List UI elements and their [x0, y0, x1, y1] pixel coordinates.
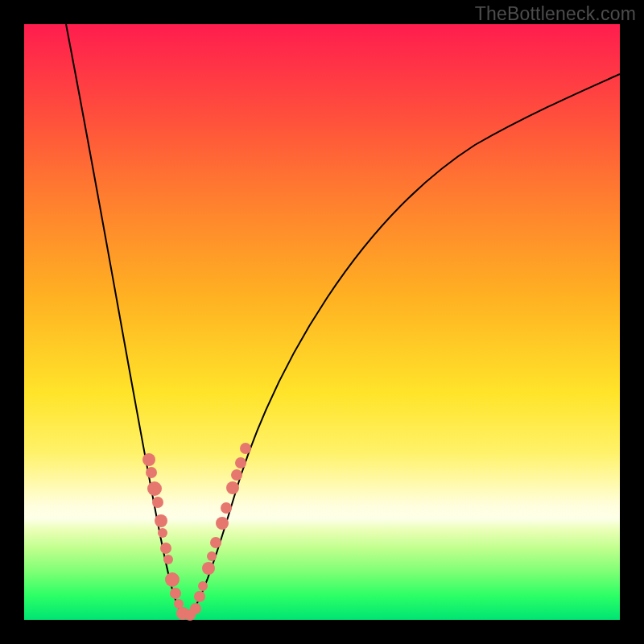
data-bead	[221, 502, 232, 514]
data-bead	[147, 481, 162, 496]
data-bead	[216, 517, 229, 530]
data-bead	[240, 443, 251, 454]
data-bead	[210, 537, 221, 548]
data-bead	[165, 572, 180, 587]
data-bead	[155, 514, 167, 527]
data-bead	[142, 453, 155, 466]
data-bead	[235, 457, 246, 469]
data-bead	[170, 588, 181, 599]
chart-frame: TheBottleneck.com	[0, 0, 644, 644]
data-bead	[207, 551, 217, 561]
watermark-text: TheBottleneck.com	[475, 3, 636, 25]
data-bead	[194, 591, 205, 602]
data-bead	[163, 555, 173, 564]
data-bead	[152, 497, 163, 508]
data-bead	[226, 481, 239, 494]
data-beads-group	[142, 443, 251, 621]
data-bead	[160, 543, 171, 554]
data-bead	[190, 603, 201, 614]
data-bead	[202, 562, 215, 575]
chart-plot-area	[24, 24, 620, 620]
chart-svg	[24, 24, 620, 620]
data-bead	[158, 528, 167, 538]
data-bead	[146, 467, 157, 478]
data-bead	[198, 581, 208, 591]
bottleneck-curve	[66, 24, 620, 618]
data-bead	[231, 469, 242, 481]
